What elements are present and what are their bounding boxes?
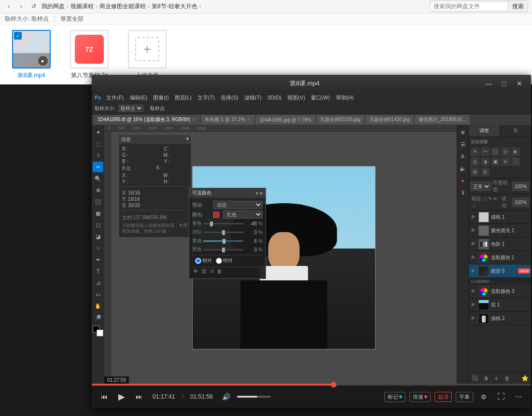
- adj-icon-levels[interactable]: ⊞: [471, 167, 479, 176]
- layer-visibility-icon[interactable]: 👁: [470, 227, 476, 234]
- breadcrumb-videos[interactable]: 视频课程: [70, 2, 94, 11]
- ps-tab-3[interactable]: 1D4A1895.jpg @ 7.78%: [255, 115, 315, 125]
- volume-btn[interactable]: 🔊: [220, 390, 233, 403]
- minimize-btn[interactable]: —: [483, 78, 494, 89]
- magenta-thumb[interactable]: [222, 230, 225, 235]
- breadcrumb-course[interactable]: 商业修图全能课程: [99, 2, 146, 11]
- adj-icon-threshold[interactable]: ⊟: [481, 167, 490, 176]
- right-tool-ai[interactable]: A: [458, 151, 468, 162]
- file-item-video[interactable]: ▶ 第8课.mp4: [10, 30, 53, 80]
- color-select[interactable]: 红色: [223, 210, 263, 219]
- adj-icon-vibrance[interactable]: ◎: [501, 147, 510, 156]
- thickness-btn[interactable]: 厚度全部: [60, 15, 84, 23]
- adj-icon-curves[interactable]: 〜: [481, 147, 490, 156]
- adj-icon-channelmix[interactable]: ≋: [501, 157, 510, 166]
- layer-visibility-icon[interactable]: 👁: [470, 315, 476, 322]
- ps-tab-1-close[interactable]: ✕: [192, 117, 196, 122]
- magenta-slider[interactable]: [203, 232, 243, 233]
- adj-icon-eye[interactable]: 👁: [193, 268, 198, 275]
- tool-crop[interactable]: ✂: [93, 162, 103, 172]
- ps-menu-text[interactable]: 文字(T): [195, 94, 217, 101]
- cyan-thumb[interactable]: [210, 222, 213, 226]
- settings-btn[interactable]: ⚙: [477, 390, 490, 403]
- breadcrumb-section[interactable]: 第8节-轻奢大片色: [152, 2, 197, 11]
- blend-mode-select[interactable]: 正常: [471, 182, 491, 191]
- tool-heal[interactable]: ⊕: [93, 185, 103, 195]
- tool-shape[interactable]: ▭: [93, 289, 103, 300]
- tool-dodge[interactable]: ○: [93, 243, 103, 253]
- ps-menu-image[interactable]: 图像(I): [151, 94, 171, 101]
- next-btn[interactable]: ⏭: [132, 390, 146, 403]
- sample-size-btn[interactable]: 取样大小: 取样点: [5, 15, 49, 23]
- ps-menu-view[interactable]: 视图(V): [285, 94, 308, 101]
- radio-absolute-input[interactable]: [216, 258, 222, 264]
- adj-icon-chain[interactable]: ⛓: [201, 268, 207, 275]
- adj-icon-invert[interactable]: ⬛: [511, 157, 520, 166]
- layer-visibility-icon[interactable]: 👁: [470, 254, 476, 261]
- layer-item-stroke2[interactable]: 👁 描线 2: [469, 312, 531, 325]
- maximize-btn[interactable]: □: [498, 78, 510, 89]
- mark-btn[interactable]: 标记: [384, 392, 406, 402]
- adj-icon-refresh[interactable]: ↺: [210, 268, 214, 275]
- radio-relative[interactable]: 相对: [195, 257, 212, 264]
- nav-forward-btn[interactable]: ›: [16, 1, 26, 11]
- volume-slider[interactable]: [237, 396, 271, 398]
- tool-eyedrop[interactable]: 🔍: [93, 173, 103, 184]
- file-item-archive[interactable]: 第八节素材.7z: [68, 30, 111, 80]
- layer-item-colorfill1[interactable]: 👁 颜色填充 1: [469, 224, 531, 237]
- speed-btn[interactable]: 倍速: [409, 392, 431, 402]
- breadcrumb-home[interactable]: 我的网盘: [42, 2, 65, 11]
- tool-type[interactable]: T: [93, 266, 103, 277]
- layer-visibility-icon[interactable]: 👁: [470, 268, 476, 275]
- tool-hand[interactable]: ✋: [93, 301, 103, 311]
- ps-menu-window[interactable]: 窗口(W): [308, 94, 333, 101]
- yellow-slider[interactable]: [203, 240, 243, 242]
- tool-stamp[interactable]: ▦: [93, 208, 103, 219]
- sample-size-select[interactable]: 取样点: [118, 105, 143, 112]
- ps-tab-5[interactable]: 无题合拼01430.jpg: [365, 115, 414, 125]
- ps-tab-2[interactable]: 布布图-1 @ 37.2% ✕: [201, 115, 254, 125]
- opacity-input[interactable]: [512, 182, 529, 191]
- layer-item-layer5[interactable]: 👁 图层 5 NEW: [469, 264, 531, 278]
- ps-menu-help[interactable]: 帮助(H): [334, 94, 356, 101]
- ps-menu-filter[interactable]: 滤镜(T): [242, 94, 264, 101]
- adj-icon-brightness[interactable]: ☀: [471, 147, 479, 156]
- black-thumb[interactable]: [222, 248, 225, 252]
- right-tool-layers[interactable]: ☰: [458, 139, 468, 150]
- prev-btn[interactable]: ⏮: [98, 390, 111, 403]
- more-btn[interactable]: ⋯: [512, 390, 525, 403]
- right-tool-mic[interactable]: 🔈: [458, 163, 468, 174]
- tool-gradient[interactable]: ◪: [93, 231, 103, 242]
- foreground-background-colors[interactable]: [93, 326, 103, 336]
- tab-libraries[interactable]: 库: [500, 125, 531, 137]
- cyan-slider[interactable]: [203, 223, 243, 224]
- file-item-upload[interactable]: + 上传文件: [126, 30, 169, 80]
- adj-icon-blackwhite[interactable]: ◑: [481, 157, 490, 166]
- play-pause-btn[interactable]: ▶: [115, 390, 128, 403]
- tab-adjustments[interactable]: 调整: [469, 125, 500, 137]
- new-adjustment-btn[interactable]: ◑: [481, 374, 490, 383]
- progress-bar[interactable]: [92, 384, 531, 386]
- subtitle-btn[interactable]: 字幕: [456, 392, 473, 402]
- layer-item-selective3[interactable]: 👁 选取颜色 3: [469, 285, 531, 298]
- radio-relative-input[interactable]: [195, 258, 201, 264]
- preset-select[interactable]: 自定: [213, 201, 263, 209]
- ps-menu-select[interactable]: 选择(S): [218, 94, 241, 101]
- tool-eraser[interactable]: ◻: [93, 220, 103, 230]
- adj-icon-hsl[interactable]: ◐: [511, 147, 520, 156]
- new-group-btn[interactable]: ⬛: [471, 374, 479, 383]
- layer-item-stroke1[interactable]: 👁 描线 1: [469, 210, 531, 224]
- layer-visibility-icon[interactable]: 👁: [470, 214, 476, 221]
- progress-thumb[interactable]: [331, 382, 336, 388]
- tool-select-rect[interactable]: ⬚: [93, 139, 103, 149]
- fullscreen-btn[interactable]: ⛶: [494, 390, 508, 403]
- close-btn[interactable]: ✕: [514, 78, 525, 89]
- ps-menu-3d[interactable]: 3D(D): [265, 95, 284, 100]
- yellow-thumb[interactable]: [223, 239, 225, 244]
- quality-btn[interactable]: 超清: [434, 392, 452, 402]
- ps-tab-6[interactable]: 微信图片_20190616...: [415, 115, 470, 125]
- adj-icon-colorbalance[interactable]: ⚖: [471, 157, 479, 166]
- star-btn[interactable]: ⭐: [520, 374, 529, 383]
- ps-tab-4[interactable]: 无题合拼03155.jpg: [316, 115, 364, 125]
- tool-zoom[interactable]: 🔎: [93, 312, 103, 323]
